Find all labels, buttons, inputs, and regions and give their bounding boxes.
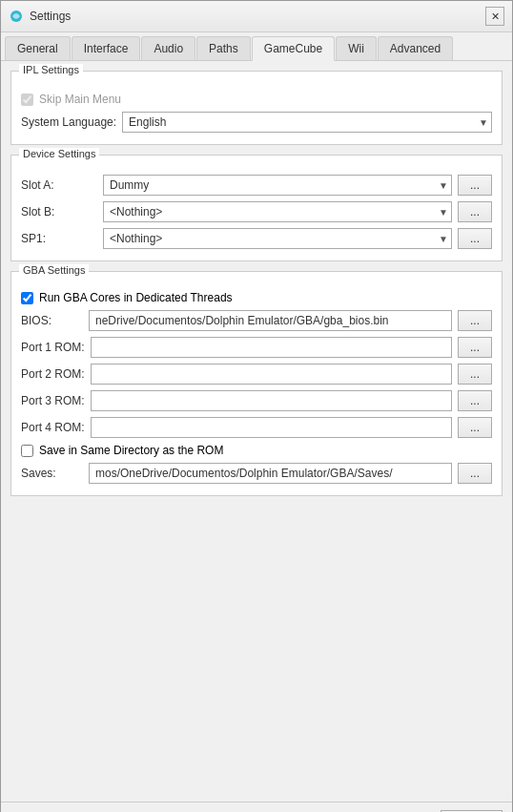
sp1-row: SP1: <Nothing> Broadband Adapter Modem A… [21, 228, 492, 249]
slot-b-browse-button[interactable]: ... [458, 201, 492, 222]
port4-input[interactable] [91, 417, 452, 438]
slot-b-select[interactable]: <Nothing> Dummy Memory Card [103, 201, 452, 222]
titlebar: Settings ✕ [1, 1, 512, 32]
port2-input[interactable] [91, 364, 452, 385]
slot-b-wrapper: <Nothing> Dummy Memory Card ▼ [103, 201, 452, 222]
gba-settings-title: GBA Settings [19, 264, 89, 276]
content-area: IPL Settings Skip Main Menu System Langu… [1, 61, 512, 515]
save-same-dir-checkbox[interactable] [21, 445, 33, 457]
tabs-bar: General Interface Audio Paths GameCube W… [1, 32, 512, 61]
port1-input[interactable] [91, 337, 452, 358]
port1-label: Port 1 ROM: [21, 341, 85, 354]
tab-wii[interactable]: Wii [336, 36, 377, 60]
run-cores-row: Run GBA Cores in Dedicated Threads [21, 291, 492, 304]
tab-interface[interactable]: Interface [72, 36, 141, 60]
bios-row: BIOS: ... [21, 310, 492, 331]
sp1-browse-button[interactable]: ... [458, 228, 492, 249]
footer: Close [1, 802, 512, 812]
port2-browse-button[interactable]: ... [458, 364, 492, 385]
slot-b-row: Slot B: <Nothing> Dummy Memory Card ▼ ..… [21, 201, 492, 222]
tab-advanced[interactable]: Advanced [378, 36, 453, 60]
tab-audio[interactable]: Audio [141, 36, 195, 60]
titlebar-left: Settings [9, 9, 71, 24]
save-same-dir-label: Save in Same Directory as the ROM [39, 444, 223, 457]
system-language-row: System Language: English French German S… [21, 112, 492, 133]
port1-browse-button[interactable]: ... [458, 337, 492, 358]
saves-label: Saves: [21, 467, 83, 480]
port4-browse-button[interactable]: ... [458, 417, 492, 438]
tab-general[interactable]: General [5, 36, 71, 60]
system-language-label: System Language: [21, 115, 116, 129]
bios-browse-button[interactable]: ... [458, 310, 492, 331]
app-icon [9, 9, 24, 24]
bios-label: BIOS: [21, 314, 83, 327]
slot-a-row: Slot A: Dummy <Nothing> Memory Card ▼ ..… [21, 175, 492, 196]
device-settings-title: Device Settings [19, 148, 99, 159]
port1-row: Port 1 ROM: ... [21, 337, 492, 358]
ipl-settings-section: IPL Settings Skip Main Menu System Langu… [10, 71, 503, 145]
sp1-wrapper: <Nothing> Broadband Adapter Modem Adapte… [103, 228, 452, 249]
tab-gamecube[interactable]: GameCube [252, 36, 335, 61]
ipl-settings-title: IPL Settings [19, 64, 83, 75]
skip-main-menu-row: Skip Main Menu [21, 93, 492, 106]
slot-b-label: Slot B: [21, 205, 97, 219]
saves-row: Saves: ... [21, 463, 492, 484]
port3-browse-button[interactable]: ... [458, 390, 492, 411]
port3-row: Port 3 ROM: ... [21, 390, 492, 411]
tab-paths[interactable]: Paths [196, 36, 251, 60]
port4-row: Port 4 ROM: ... [21, 417, 492, 438]
slot-a-browse-button[interactable]: ... [458, 175, 492, 196]
slot-a-label: Slot A: [21, 178, 97, 192]
device-settings-section: Device Settings Slot A: Dummy <Nothing> … [10, 155, 503, 261]
system-language-select[interactable]: English French German Spanish Italian [122, 112, 492, 133]
port4-label: Port 4 ROM: [21, 421, 85, 434]
close-window-button[interactable]: ✕ [485, 7, 504, 26]
saves-input[interactable] [89, 463, 452, 484]
port3-input[interactable] [91, 390, 452, 411]
slot-a-wrapper: Dummy <Nothing> Memory Card ▼ [103, 175, 452, 196]
bios-input[interactable] [89, 310, 452, 331]
save-same-dir-row: Save in Same Directory as the ROM [21, 444, 492, 457]
gba-settings-section: GBA Settings Run GBA Cores in Dedicated … [10, 271, 503, 496]
window-title: Settings [30, 10, 71, 23]
skip-main-menu-checkbox[interactable] [21, 94, 33, 106]
settings-window: Settings ✕ General Interface Audio Paths… [0, 0, 513, 812]
port2-label: Port 2 ROM: [21, 367, 85, 381]
skip-main-menu-label: Skip Main Menu [39, 93, 121, 106]
saves-browse-button[interactable]: ... [458, 463, 492, 484]
slot-a-select[interactable]: Dummy <Nothing> Memory Card [103, 175, 452, 196]
run-cores-checkbox[interactable] [21, 292, 33, 304]
system-language-wrapper: English French German Spanish Italian ▼ [122, 112, 492, 133]
port2-row: Port 2 ROM: ... [21, 364, 492, 385]
port3-label: Port 3 ROM: [21, 394, 85, 407]
sp1-label: SP1: [21, 232, 97, 245]
sp1-select[interactable]: <Nothing> Broadband Adapter Modem Adapte… [103, 228, 452, 249]
run-cores-label: Run GBA Cores in Dedicated Threads [39, 291, 233, 304]
